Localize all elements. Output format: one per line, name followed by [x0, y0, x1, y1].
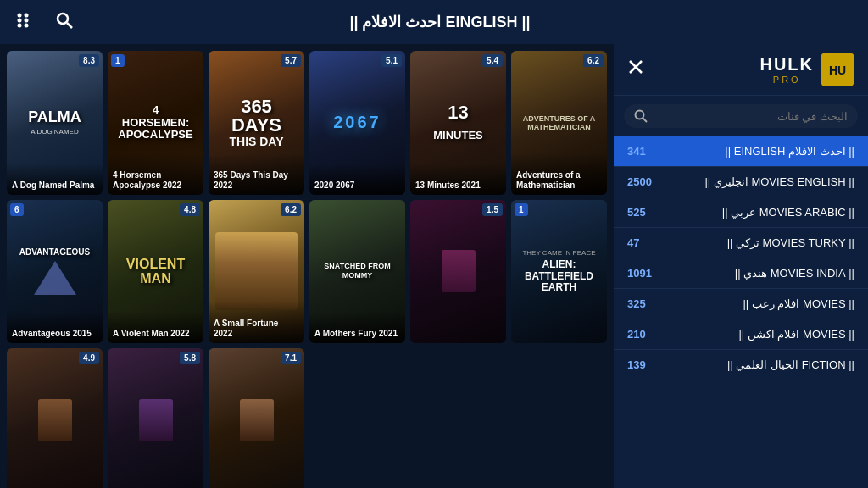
channel-count-5: 325	[627, 297, 661, 310]
channel-count-6: 210	[627, 328, 661, 341]
svg-line-13	[643, 119, 648, 123]
channel-count-2: 525	[627, 206, 661, 219]
channel-item-0[interactable]: 341 || احدث الافلام EINGLISH ||	[614, 136, 868, 167]
sidebar-search-input[interactable]	[654, 110, 848, 123]
title-palma: A Dog Named Palma	[7, 164, 103, 195]
brand-sub: PRO	[760, 75, 814, 85]
sidebar-search-icon	[634, 109, 648, 123]
channel-count-4: 1091	[627, 267, 661, 280]
sidebar: HULK PRO HU 341	[614, 44, 868, 488]
brand-name: HULK	[760, 55, 814, 75]
title-violent: A Violent Man 2022	[108, 312, 203, 343]
movie-card-row3a[interactable]: 1.5	[410, 200, 506, 344]
svg-point-0	[18, 13, 22, 17]
channel-name-3: || MOVIES TURKY تركي ||	[727, 236, 854, 249]
channel-count-7: 139	[627, 358, 661, 371]
badge-alien: 1	[515, 203, 528, 216]
header-left	[14, 8, 76, 36]
movie-card-adventures[interactable]: ADVENTURES OF AMATHEMATICIAN 6.2 Adventu…	[511, 51, 607, 195]
channel-name-6: || MOVIES افلام اكشن ||	[738, 328, 854, 341]
hulk-logo: HU	[821, 53, 854, 86]
movie-card-row3d[interactable]: 5.8	[108, 348, 203, 488]
channel-item-5[interactable]: 325 || MOVIES افلام رعب ||	[614, 289, 868, 319]
title-smallfortune: A Small Fortune 2022	[209, 302, 304, 343]
badge-advantageous: 6	[10, 203, 24, 216]
channel-count-0: 341	[627, 145, 661, 158]
header: || احدث الافلام EINGLISH ||	[0, 0, 868, 44]
rating-13min: 5.4	[482, 54, 503, 67]
channel-item-7[interactable]: 139 || FICTION الخيال العلمي ||	[614, 350, 868, 380]
movie-card-2067[interactable]: 2067 5.1 2020 2067	[309, 51, 405, 195]
channel-item-4[interactable]: 1091 || MOVIES INDIA هندي ||	[614, 258, 868, 289]
channel-item-6[interactable]: 210 || MOVIES افلام اكشن ||	[614, 319, 868, 350]
channel-name-4: || MOVIES INDIA هندي ||	[735, 267, 854, 280]
movie-card-row3c[interactable]: 4.9	[7, 348, 103, 488]
channel-item-2[interactable]: 525 || MOVIES ARABIC عربي ||	[614, 197, 868, 228]
brand-text: HULK PRO	[760, 55, 814, 85]
card-row3d-content	[108, 348, 203, 488]
title-2067: 2020 2067	[309, 164, 405, 195]
svg-line-7	[67, 23, 72, 28]
movie-card-mothersfury[interactable]: SNATCHED FROMMOMMY A Mothers Fury 2021	[309, 200, 405, 344]
rating-violent: 4.8	[180, 203, 200, 216]
channel-name-2: || MOVIES ARABIC عربي ||	[722, 206, 854, 219]
channel-count-3: 47	[627, 236, 661, 249]
channel-name-7: || FICTION الخيال العلمي ||	[727, 358, 854, 371]
movie-card-advantageous[interactable]: ADVANTAGEOUS 6 Advantageous 2015	[7, 200, 103, 344]
svg-point-3	[25, 13, 29, 17]
channel-list: 341 || احدث الافلام EINGLISH || 2500 || …	[614, 136, 868, 488]
svg-point-4	[25, 18, 29, 22]
rating-365: 5.7	[281, 54, 301, 67]
movie-card-365[interactable]: 365 DAYS THIS DAY 5.7 365 Days This Day …	[209, 51, 304, 195]
sidebar-search-bar[interactable]	[624, 104, 858, 128]
rating-row3c: 4.9	[79, 352, 99, 364]
rating-palma: 8.3	[79, 54, 99, 67]
title-advantageous: Advantageous 2015	[7, 312, 103, 343]
rating-2067: 5.1	[381, 54, 402, 67]
channel-count-1: 2500	[627, 175, 661, 188]
svg-point-5	[25, 23, 29, 27]
channel-name-5: || MOVIES افلام رعب ||	[743, 297, 854, 310]
sidebar-header: HULK PRO HU	[614, 44, 868, 96]
svg-point-6	[58, 14, 68, 24]
channel-name-1: || MOVIES ENGLISH انجليزي ||	[704, 175, 854, 188]
card-alien-content: THEY CAME IN PEACE ALIEN:BATTLEFIELDEART…	[511, 200, 607, 344]
rating-row3a: 1.5	[482, 203, 503, 216]
channel-item-1[interactable]: 2500 || MOVIES ENGLISH انجليزي ||	[614, 167, 868, 197]
main-content: PALMA A DOG NAMED 8.3 A Dog Named Palma …	[0, 44, 868, 488]
channel-item-3[interactable]: 47 || MOVIES TURKY تركي ||	[614, 228, 868, 258]
rating-adventures: 6.2	[583, 54, 604, 67]
rating-row3e: 7.1	[281, 352, 301, 364]
movie-card-violent[interactable]: VIOLENTMAN 4.8 A Violent Man 2022	[108, 200, 203, 344]
movie-card-alien[interactable]: THEY CAME IN PEACE ALIEN:BATTLEFIELDEART…	[511, 200, 607, 344]
title-adventures: Adventures of a Mathematician	[511, 153, 607, 195]
svg-point-12	[636, 111, 644, 119]
card-row3a-content	[410, 200, 506, 344]
card-row3c-content	[7, 348, 103, 488]
card-row3e-content	[209, 348, 304, 488]
movie-card-smallfortune[interactable]: 6.2 A Small Fortune 2022	[209, 200, 304, 344]
close-sidebar-button[interactable]	[627, 58, 644, 80]
title-mothersfury: A Mothers Fury 2021	[309, 312, 405, 343]
movie-card-palma[interactable]: PALMA A DOG NAMED 8.3 A Dog Named Palma	[7, 51, 103, 195]
movie-card-row3e[interactable]: 7.1	[209, 348, 304, 488]
title-13min: 13 Minutes 2021	[410, 164, 506, 195]
svg-text:HU: HU	[829, 64, 846, 77]
rating-row3d: 5.8	[180, 352, 200, 364]
badge-horsemen: 1	[111, 54, 125, 67]
title-365: 365 Days This Day 2022	[209, 153, 304, 195]
movie-grid: PALMA A DOG NAMED 8.3 A Dog Named Palma …	[7, 51, 607, 488]
movie-area[interactable]: PALMA A DOG NAMED 8.3 A Dog Named Palma …	[0, 44, 614, 488]
title-horsemen: 4 Horsemen Apocalypse 2022	[108, 153, 203, 195]
svg-point-2	[18, 23, 22, 27]
header-title: || احدث الافلام EINGLISH ||	[76, 13, 804, 31]
svg-point-1	[18, 18, 22, 22]
movie-card-horsemen[interactable]: 4HORSEMEN:APOCALYPSE 1 4 Horsemen Apocal…	[108, 51, 203, 195]
search-button[interactable]	[53, 8, 76, 36]
rating-smallfortune: 6.2	[281, 203, 301, 216]
menu-button[interactable]	[14, 9, 39, 36]
movie-card-13min[interactable]: 13MINUTES 5.4 13 Minutes 2021	[410, 51, 506, 195]
brand-logo-area: HULK PRO HU	[760, 53, 854, 86]
channel-name-0: || احدث الافلام EINGLISH ||	[725, 145, 854, 158]
